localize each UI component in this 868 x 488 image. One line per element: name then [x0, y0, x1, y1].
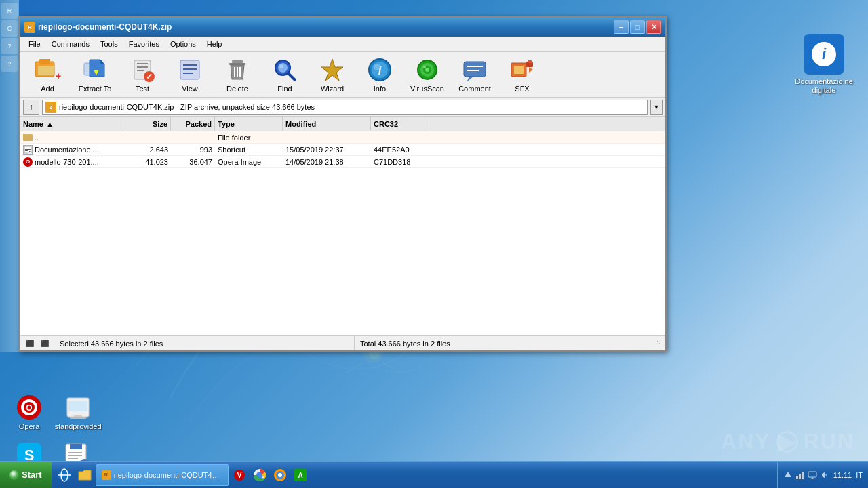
table-row[interactable]: Documentazione ... 2.643 993 Shortcut 15: [20, 144, 665, 156]
svg-rect-44: [467, 70, 479, 71]
menu-favorites[interactable]: Favorites: [123, 39, 165, 49]
sidebar-item-2[interactable]: C: [1, 20, 18, 37]
col-header-type[interactable]: Type: [215, 117, 283, 131]
desktop-icon-standprovided[interactable]: standprovided: [54, 391, 102, 434]
winrar-title-icon: R: [24, 22, 35, 33]
taskbar-chrome-icon[interactable]: [250, 466, 269, 485]
delete-icon: [224, 56, 251, 83]
svg-text:R: R: [28, 24, 32, 30]
maximize-button[interactable]: □: [630, 20, 645, 34]
toolbar-view-button[interactable]: View: [167, 54, 213, 95]
left-sidebar: R C ? ?: [0, 0, 19, 352]
svg-rect-11: [38, 66, 54, 75]
taskbar-folder-icon[interactable]: [75, 466, 94, 485]
extract-label: Extract To: [79, 85, 112, 93]
svg-rect-42: [464, 62, 486, 77]
svg-point-31: [279, 64, 283, 68]
table-row[interactable]: O modello-730-201.... 41.023 36.047 Oper…: [20, 156, 665, 168]
up-button[interactable]: ↑: [23, 100, 39, 115]
toolbar-find-button[interactable]: Find: [262, 54, 308, 95]
svg-rect-23: [183, 73, 193, 74]
file-list: Name ▲ Size Packed Type Modified: [20, 117, 665, 336]
window-titlebar: R riepilogo-documenti-CQDUT4K.zip – □ ✕: [20, 18, 665, 37]
standprovided-icon: [64, 394, 92, 421]
comment-icon: [461, 56, 488, 83]
menu-options[interactable]: Options: [165, 39, 201, 49]
file-crc-cell: C71DD318: [371, 156, 425, 167]
toolbar-comment-button[interactable]: Comment: [452, 54, 498, 95]
toolbar-info-button[interactable]: i Info: [357, 54, 403, 95]
toolbar-delete-button[interactable]: Delete: [214, 54, 260, 95]
toolbar-wizard-button[interactable]: Wizard: [309, 54, 355, 95]
svg-text:i: i: [378, 65, 382, 77]
toolbar-add-button[interactable]: + Add: [24, 54, 71, 95]
menu-commands[interactable]: Commands: [46, 39, 95, 49]
toolbar-test-button[interactable]: ✓ Test: [119, 54, 165, 95]
status-icons: ⬛ ⬛: [20, 337, 54, 350]
svg-text:Z: Z: [50, 105, 53, 110]
taskbar-app-icon[interactable]: A: [291, 466, 310, 485]
shortcut-icon: [23, 145, 33, 155]
anyrun-watermark: ANY ▶ RUN: [721, 429, 854, 454]
documentazione-icon-label: Documentazio ne digitale: [793, 77, 854, 95]
view-icon: [176, 56, 203, 83]
toolbar-virusscan-button[interactable]: VirusScan: [404, 54, 450, 95]
sidebar-item-3[interactable]: ?: [1, 38, 18, 54]
toolbar-extract-button[interactable]: Extract To: [72, 54, 118, 95]
file-size-cell: 2.643: [123, 144, 171, 155]
file-crc-cell: 44EE52A0: [371, 144, 425, 155]
col-header-modified[interactable]: Modified: [283, 117, 371, 131]
test-label: Test: [136, 85, 149, 93]
file-size-cell: [123, 131, 171, 143]
wizard-label: Wizard: [321, 85, 344, 93]
file-type-cell: Opera Image: [215, 156, 283, 167]
svg-rect-85: [799, 474, 801, 479]
svg-rect-68: [68, 455, 82, 456]
taskbar-apps: R riepilogo-documenti-CQDUT4K.zip V: [52, 462, 313, 488]
find-icon: [271, 56, 298, 83]
svg-text:+: +: [56, 70, 61, 81]
col-header-size[interactable]: Size: [123, 117, 171, 131]
svg-rect-62: [70, 417, 86, 419]
col-header-crc[interactable]: CRC32: [371, 117, 425, 131]
taskbar: Start R riepilogo-documenti-CQDUT4K.z: [0, 461, 868, 488]
col-header-name[interactable]: Name ▲: [20, 117, 123, 131]
svg-rect-61: [74, 415, 82, 417]
table-row[interactable]: .. File folder: [20, 131, 665, 144]
svg-rect-15: [137, 63, 148, 64]
opera-desktop-icon: O: [16, 394, 43, 421]
col-header-packed[interactable]: Packed: [171, 117, 215, 131]
menu-help[interactable]: Help: [201, 39, 228, 49]
folder-icon: [23, 134, 33, 141]
system-tray: [783, 470, 829, 480]
clock[interactable]: 11:11: [833, 471, 852, 479]
svg-text:O: O: [26, 403, 32, 413]
opera-label: Opera: [19, 422, 40, 431]
minimize-button[interactable]: –: [614, 20, 629, 34]
file-modified-cell: 15/05/2019 22:37: [283, 144, 371, 155]
taskbar-winrar-app[interactable]: R riepilogo-documenti-CQDUT4K.zip: [96, 464, 229, 486]
desktop-icon-documentazione[interactable]: i Documentazio ne digitale: [793, 34, 854, 95]
file-packed-cell: 36.047: [171, 156, 215, 167]
sidebar-item-1[interactable]: R: [1, 3, 18, 19]
sidebar-item-4[interactable]: ?: [1, 56, 18, 72]
file-name-cell: Documentazione ...: [20, 144, 123, 155]
menu-file[interactable]: File: [23, 39, 46, 49]
taskbar-virus-icon[interactable]: V: [230, 466, 249, 485]
desktop-icon-opera[interactable]: O Opera: [5, 391, 53, 434]
toolbar-sfx-button[interactable]: SFX: [499, 54, 545, 95]
svg-rect-48: [528, 60, 532, 63]
taskbar-firefox-icon[interactable]: [271, 466, 290, 485]
start-orb: [9, 470, 19, 480]
close-button[interactable]: ✕: [646, 20, 661, 34]
taskbar-ie-icon[interactable]: [55, 466, 74, 485]
svg-text:V: V: [237, 472, 241, 479]
svg-text:✓: ✓: [146, 72, 153, 81]
address-input[interactable]: Z riepilogo-documenti-CQDUT4K.zip - ZIP …: [42, 100, 648, 115]
start-button[interactable]: Start: [0, 462, 52, 489]
menu-tools[interactable]: Tools: [95, 39, 123, 49]
menu-bar: File Commands Tools Favorites Options He…: [20, 37, 665, 52]
svg-line-5: [346, 363, 363, 373]
address-dropdown[interactable]: ▼: [650, 100, 663, 115]
address-bar: ↑ Z riepilogo-documenti-CQDUT4K.zip - ZI…: [20, 98, 665, 117]
